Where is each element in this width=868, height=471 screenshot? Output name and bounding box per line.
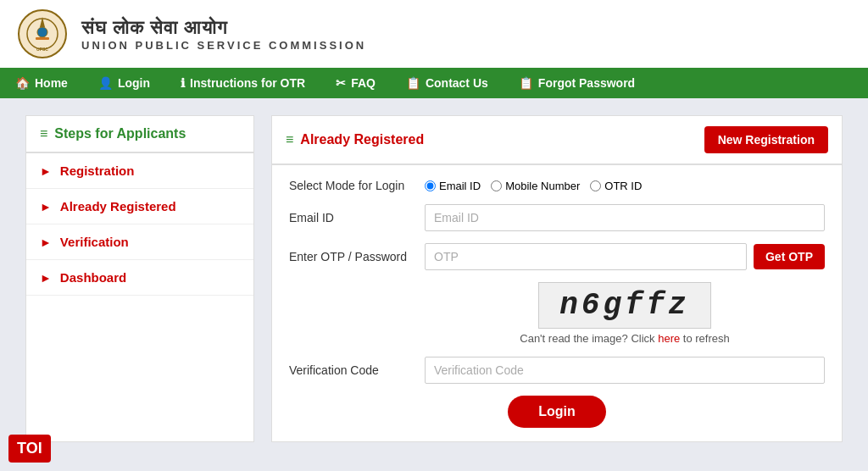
otp-group: Get OTP [425, 243, 825, 270]
nav-instructions[interactable]: ℹ Instructions for OTR [165, 68, 320, 98]
org-name-hindi: संघ लोक सेवा आयोग [81, 17, 366, 39]
left-panel-header: ≡ Steps for Applicants [26, 116, 253, 153]
radio-mobile-input[interactable] [491, 180, 502, 191]
login-mode-controls: Email ID Mobile Number OTR ID [425, 180, 825, 192]
nav-login[interactable]: 👤 Login [83, 68, 165, 98]
captcha-image: n6gffz [538, 282, 711, 329]
main-content: ≡ Steps for Applicants ► Registration ► … [0, 98, 868, 459]
verification-input[interactable] [425, 357, 825, 384]
login-button[interactable]: Login [508, 396, 606, 428]
captcha-section: n6gffz Can't read the image? Click here … [425, 282, 825, 345]
captcha-hint: Can't read the image? Click here to refr… [520, 332, 729, 345]
login-mode-row: Select Mode for Login Email ID Mobile Nu… [289, 179, 825, 192]
info-icon: ℹ [181, 76, 185, 90]
nav-contact[interactable]: 📋 Contact Us [391, 68, 504, 98]
step-arrow-icon: ► [40, 236, 52, 249]
org-name-english: UNION PUBLIC SERVICE COMMISSION [81, 39, 366, 52]
left-panel-title: Steps for Applicants [54, 126, 186, 141]
radio-group: Email ID Mobile Number OTR ID [425, 180, 642, 192]
email-row: Email ID [289, 204, 825, 231]
home-icon: 🏠 [15, 76, 30, 90]
step-registration[interactable]: ► Registration [26, 153, 253, 189]
step-dashboard[interactable]: ► Dashboard [26, 260, 253, 296]
login-form: Select Mode for Login Email ID Mobile Nu… [272, 165, 842, 441]
login-icon: 👤 [98, 76, 113, 90]
svg-rect-4 [36, 37, 49, 40]
get-otp-button[interactable]: Get OTP [754, 244, 825, 269]
login-mode-label: Select Mode for Login [289, 179, 425, 192]
radio-otr-input[interactable] [590, 180, 601, 191]
email-input[interactable] [425, 204, 825, 231]
nav-home[interactable]: 🏠 Home [0, 68, 83, 98]
radio-mobile[interactable]: Mobile Number [491, 180, 580, 192]
radio-otr[interactable]: OTR ID [590, 180, 642, 192]
step-already-registered[interactable]: ► Already Registered [26, 189, 253, 224]
header: UPSC संघ लोक सेवा आयोग UNION PUBLIC SERV… [0, 0, 868, 68]
svg-text:UPSC: UPSC [36, 47, 48, 52]
otp-input[interactable] [425, 243, 747, 270]
navbar: 🏠 Home 👤 Login ℹ Instructions for OTR ✂ … [0, 68, 868, 98]
email-label: Email ID [289, 211, 425, 224]
contact-icon: 📋 [406, 76, 420, 90]
otp-row: Enter OTP / Password Get OTP [289, 243, 825, 270]
step-arrow-icon: ► [40, 164, 52, 178]
right-panel-icon: ≡ [286, 132, 293, 147]
right-panel: ≡ Already Registered New Registration Se… [271, 115, 843, 442]
login-btn-row: Login [289, 396, 825, 428]
emblem-logo: UPSC [17, 8, 68, 59]
step-already-registered-label: Already Registered [60, 199, 176, 213]
step-verification[interactable]: ► Verification [26, 224, 253, 260]
right-panel-header: ≡ Already Registered New Registration [272, 116, 842, 165]
step-verification-label: Verification [60, 235, 129, 249]
new-registration-button[interactable]: New Registration [704, 126, 828, 153]
verification-row: Verification Code [289, 357, 825, 384]
captcha-refresh-link[interactable]: here [658, 332, 680, 345]
nav-forgot-password[interactable]: 📋 Forgot Password [504, 68, 650, 98]
radio-email-input[interactable] [425, 180, 436, 191]
svg-point-3 [37, 27, 47, 37]
toi-badge: TOI [8, 435, 51, 459]
radio-email[interactable]: Email ID [425, 180, 481, 192]
right-panel-header-left: ≡ Already Registered [286, 132, 424, 147]
left-panel-icon: ≡ [40, 126, 47, 141]
step-arrow-icon: ► [40, 271, 52, 285]
forgot-icon: 📋 [519, 76, 533, 90]
step-registration-label: Registration [60, 163, 135, 178]
step-arrow-icon: ► [40, 200, 52, 213]
step-dashboard-label: Dashboard [60, 270, 126, 285]
left-panel: ≡ Steps for Applicants ► Registration ► … [25, 115, 254, 442]
otp-label: Enter OTP / Password [289, 250, 425, 263]
verification-label: Verification Code [289, 363, 425, 377]
nav-faq[interactable]: ✂ FAQ [320, 68, 391, 98]
right-panel-title: Already Registered [300, 132, 424, 147]
faq-icon: ✂ [336, 76, 346, 90]
header-text: संघ लोक सेवा आयोग UNION PUBLIC SERVICE C… [81, 17, 366, 52]
